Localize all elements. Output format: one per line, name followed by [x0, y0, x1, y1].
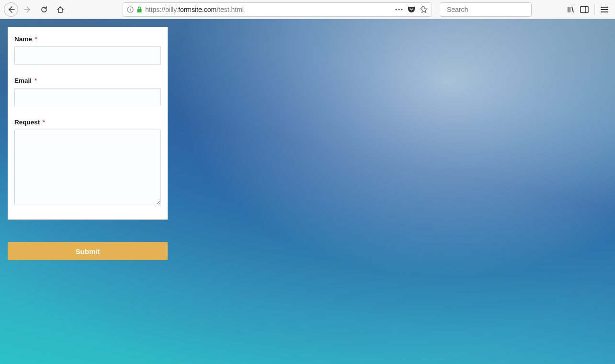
name-label-text: Name [14, 35, 32, 43]
email-input[interactable] [14, 88, 161, 106]
reload-icon [40, 6, 48, 13]
arrow-right-icon [24, 6, 32, 13]
toolbar-right-icons [567, 3, 611, 16]
request-field: Request * [14, 119, 161, 207]
arrow-left-icon [7, 6, 15, 13]
submit-button[interactable]: Submit [8, 242, 168, 260]
separator [594, 3, 595, 16]
info-icon [127, 6, 134, 13]
reload-button[interactable] [37, 3, 51, 16]
search-bar[interactable] [440, 2, 532, 17]
form-card: Name * Email * Request * [8, 27, 168, 220]
page-content: Name * Email * Request * Submit [0, 19, 615, 364]
svg-point-4 [395, 9, 397, 10]
url-path: /test.html [216, 6, 244, 13]
menu-icon[interactable] [601, 6, 608, 13]
required-mark: * [43, 119, 45, 126]
bookmark-star-icon[interactable] [420, 6, 428, 13]
request-label: Request * [14, 119, 161, 126]
name-label: Name * [14, 35, 161, 43]
email-label: Email * [14, 77, 161, 84]
svg-rect-2 [130, 8, 130, 8]
forward-button[interactable] [21, 3, 34, 16]
svg-line-11 [572, 7, 573, 12]
home-button[interactable] [54, 3, 67, 16]
back-button[interactable] [4, 2, 18, 17]
url-action-icons [395, 6, 428, 13]
svg-point-5 [398, 9, 399, 10]
search-input[interactable] [447, 6, 531, 13]
url-text: https://billy.formsite.com/test.html [145, 6, 392, 13]
required-mark: * [34, 77, 37, 84]
lock-icon [137, 6, 142, 13]
svg-rect-12 [581, 6, 588, 12]
name-input[interactable] [14, 46, 161, 65]
request-label-text: Request [14, 119, 40, 126]
name-field: Name * [14, 35, 161, 65]
svg-rect-3 [137, 9, 142, 12]
email-label-text: Email [14, 77, 32, 84]
url-bar[interactable]: https://billy.formsite.com/test.html [123, 2, 432, 17]
request-textarea[interactable] [14, 130, 161, 205]
pocket-icon[interactable] [408, 6, 415, 13]
library-icon[interactable] [567, 6, 574, 13]
sidebar-icon[interactable] [580, 6, 589, 13]
required-mark: * [35, 35, 37, 43]
more-icon[interactable] [395, 9, 403, 11]
svg-rect-1 [130, 9, 130, 11]
svg-point-6 [401, 9, 402, 10]
email-field: Email * [14, 77, 161, 106]
browser-toolbar: https://billy.formsite.com/test.html [0, 0, 615, 19]
url-domain: formsite.com [178, 6, 216, 13]
url-prefix: https://billy. [145, 6, 178, 13]
home-icon [57, 6, 64, 13]
